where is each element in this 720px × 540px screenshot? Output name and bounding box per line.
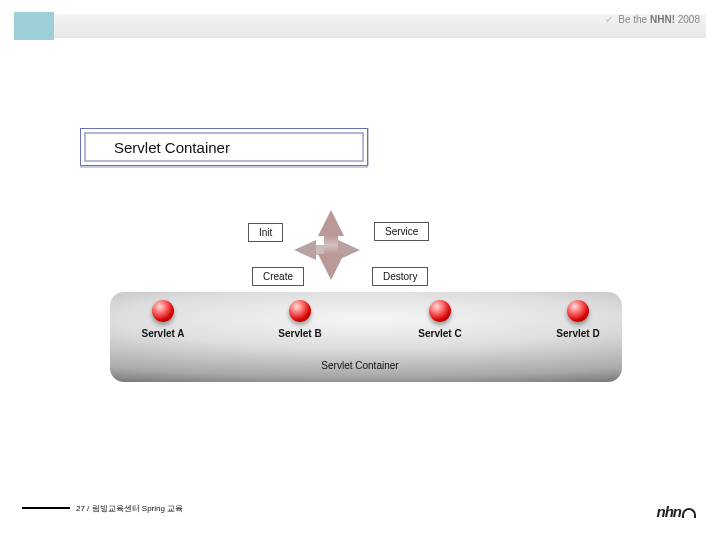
servlet-orb-icon	[567, 300, 589, 322]
tagline-brand: NHN!	[650, 14, 675, 25]
lifecycle-init: Init	[248, 223, 283, 242]
arrow-down-icon	[318, 254, 344, 280]
header-accent-square	[14, 12, 54, 40]
servlet-orb-icon	[289, 300, 311, 322]
servlet-b-label: Servlet B	[270, 328, 330, 339]
logo-text: nhn	[657, 503, 682, 520]
tagline-prefix: Be the	[618, 14, 650, 25]
lifecycle-destory: Destory	[372, 267, 428, 286]
servlet-orb-icon	[429, 300, 451, 322]
servlet-a: Servlet A	[133, 300, 193, 339]
arrow-up-icon	[318, 210, 344, 236]
servlet-orb-icon	[152, 300, 174, 322]
servlet-c: Servlet C	[410, 300, 470, 339]
header-bar: ✔ Be the NHN! 2008	[14, 14, 706, 38]
container-caption: Servlet Container	[0, 360, 720, 371]
lifecycle-create: Create	[252, 267, 304, 286]
servlet-b: Servlet B	[270, 300, 330, 339]
servlet-d: Servlet D	[548, 300, 608, 339]
nhn-logo: nhn	[657, 503, 697, 520]
servlet-a-label: Servlet A	[133, 328, 193, 339]
tagline-tick-icon: ✔	[605, 14, 613, 26]
tagline-year: 2008	[678, 14, 700, 25]
servlet-c-label: Servlet C	[410, 328, 470, 339]
logo-arc-icon	[682, 508, 696, 518]
servlet-d-label: Servlet D	[548, 328, 608, 339]
footer-line	[22, 507, 70, 509]
lifecycle-service: Service	[374, 222, 429, 241]
arrow-left-icon	[294, 240, 316, 260]
header-tagline: ✔ Be the NHN! 2008	[605, 14, 700, 26]
title-box: Servlet Container	[80, 128, 368, 166]
footer-text: 27 / 림빙교육센터 Spring 교육	[76, 503, 183, 514]
title-text: Servlet Container	[84, 132, 364, 162]
